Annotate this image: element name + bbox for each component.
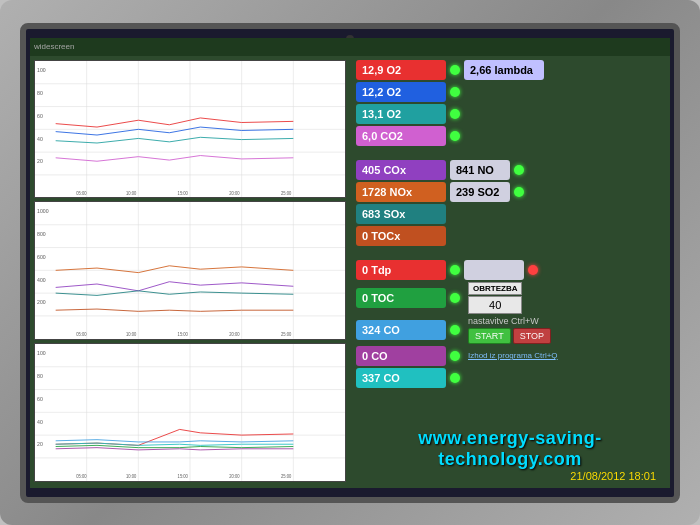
ind-co2: [450, 131, 460, 141]
row-o2-1: 12,9 O2 2,66 lambda: [356, 60, 664, 80]
nastavitve-text: nastavitve Ctrl+W: [468, 316, 551, 326]
svg-text:05:00: 05:00: [76, 191, 87, 196]
svg-text:100: 100: [37, 350, 46, 356]
svg-text:25:00: 25:00: [281, 474, 292, 479]
ind-co-337: [450, 373, 460, 383]
val-tok: [464, 260, 524, 280]
row-nox: 1728 NOx 239 SO2: [356, 182, 664, 202]
svg-text:15:00: 15:00: [178, 332, 189, 337]
chart-3: 100 80 60 40 20 05:00 10:00 15:00 20:00 …: [34, 343, 346, 482]
val-o2-2: 12,2 O2: [356, 82, 446, 102]
svg-text:80: 80: [37, 89, 43, 95]
svg-text:10:00: 10:00: [126, 191, 137, 196]
screen: widescreen: [30, 38, 670, 488]
start-button[interactable]: START: [468, 328, 511, 344]
row-sox: 683 SOx: [356, 204, 664, 224]
val-co-324: 324 CO: [356, 320, 446, 340]
val-nox: 1728 NOx: [356, 182, 446, 202]
svg-text:40: 40: [37, 135, 43, 141]
svg-text:60: 60: [37, 112, 43, 118]
svg-text:60: 60: [37, 396, 43, 402]
lambda-box: 2,66 lambda: [464, 60, 544, 80]
chart-2: 1000 800 600 400 200 05:00 10:00 15:00 2…: [34, 201, 346, 340]
chart-1: 100 80 60 40 20 05:00 10:00 15:00 20:00 …: [34, 60, 346, 199]
svg-text:800: 800: [37, 231, 46, 237]
ind-co-324: [450, 325, 460, 335]
row-toc: 0 TOC OBRTEZBA 40: [356, 282, 664, 314]
topbar-label: widescreen: [34, 42, 74, 51]
website-url: www.energy-saving-technology.com: [418, 428, 601, 469]
obrtezba-label: OBRTEZBA: [468, 282, 522, 295]
row-tdp: 0 Tdp: [356, 260, 664, 280]
stop-button[interactable]: STOP: [513, 328, 551, 344]
left-charts: 100 80 60 40 20 05:00 10:00 15:00 20:00 …: [30, 56, 350, 486]
svg-text:200: 200: [37, 299, 46, 305]
row-cox: 405 COx 841 NO: [356, 160, 664, 180]
svg-text:25:00: 25:00: [281, 332, 292, 337]
row-co-337: 337 CO: [356, 368, 664, 388]
svg-text:20:00: 20:00: [229, 474, 240, 479]
val-co2: 6,0 CO2: [356, 126, 446, 146]
val-o2-3: 13,1 O2: [356, 104, 446, 124]
ind-o2-2: [450, 87, 460, 97]
val-no: 841 NO: [450, 160, 510, 180]
svg-text:05:00: 05:00: [76, 332, 87, 337]
svg-text:10:00: 10:00: [126, 474, 137, 479]
svg-text:40: 40: [37, 418, 43, 424]
svg-text:400: 400: [37, 277, 46, 283]
screen-bezel: widescreen: [20, 23, 680, 503]
val-co-337: 337 CO: [356, 368, 446, 388]
val-o2-1: 12,9 O2: [356, 60, 446, 80]
svg-text:25:00: 25:00: [281, 191, 292, 196]
ind-o2-1: [450, 65, 460, 75]
ind-so2: [514, 187, 524, 197]
val-co-0: 0 CO: [356, 346, 446, 366]
right-panel: 12,9 O2 2,66 lambda 12,2 O2 13,1 O2: [350, 56, 670, 486]
obrtezba-value[interactable]: 40: [468, 296, 522, 314]
row-co-0: 0 CO Izhod iz programa Ctrl+Q: [356, 346, 664, 366]
row-o2-3: 13,1 O2: [356, 104, 664, 124]
content-area: 100 80 60 40 20 05:00 10:00 15:00 20:00 …: [30, 56, 670, 486]
val-sox: 683 SOx: [356, 204, 446, 224]
val-so2: 239 SO2: [450, 182, 510, 202]
svg-text:80: 80: [37, 373, 43, 379]
ind-no: [514, 165, 524, 175]
row-co2: 6,0 CO2: [356, 126, 664, 146]
svg-text:100: 100: [37, 67, 46, 73]
exit-link[interactable]: Izhod iz programa Ctrl+Q: [468, 351, 558, 360]
section-co: 0 Tdp 0 TOC OBRTEZBA 40: [356, 260, 664, 388]
ind-tok: [528, 265, 538, 275]
section-o2: 12,9 O2 2,66 lambda 12,2 O2 13,1 O2: [356, 60, 664, 146]
svg-text:20: 20: [37, 158, 43, 164]
laptop-frame: widescreen: [0, 0, 700, 525]
svg-text:20:00: 20:00: [229, 191, 240, 196]
svg-text:20:00: 20:00: [229, 332, 240, 337]
svg-text:05:00: 05:00: [76, 474, 87, 479]
ind-toc: [450, 293, 460, 303]
ind-co-0: [450, 351, 460, 361]
top-bar: widescreen: [30, 38, 670, 56]
datetime: 21/08/2012 18:01: [356, 470, 664, 482]
ind-tdp: [450, 265, 460, 275]
section-cox: 405 COx 841 NO 1728 NOx 239 SO2 683 SOx: [356, 160, 664, 246]
svg-text:15:00: 15:00: [178, 191, 189, 196]
row-co-324: 324 CO nastavitve Ctrl+W START STOP: [356, 316, 664, 344]
val-tdp: 0 Tdp: [356, 260, 446, 280]
row-tocx: 0 TOCx: [356, 226, 664, 246]
val-cox: 405 COx: [356, 160, 446, 180]
row-o2-2: 12,2 O2: [356, 82, 664, 102]
svg-text:600: 600: [37, 254, 46, 260]
svg-text:20: 20: [37, 441, 43, 447]
val-toc: 0 TOC: [356, 288, 446, 308]
ind-o2-3: [450, 109, 460, 119]
val-tocx: 0 TOCx: [356, 226, 446, 246]
svg-text:1000: 1000: [37, 208, 48, 214]
svg-text:10:00: 10:00: [126, 332, 137, 337]
svg-text:15:00: 15:00: [178, 474, 189, 479]
